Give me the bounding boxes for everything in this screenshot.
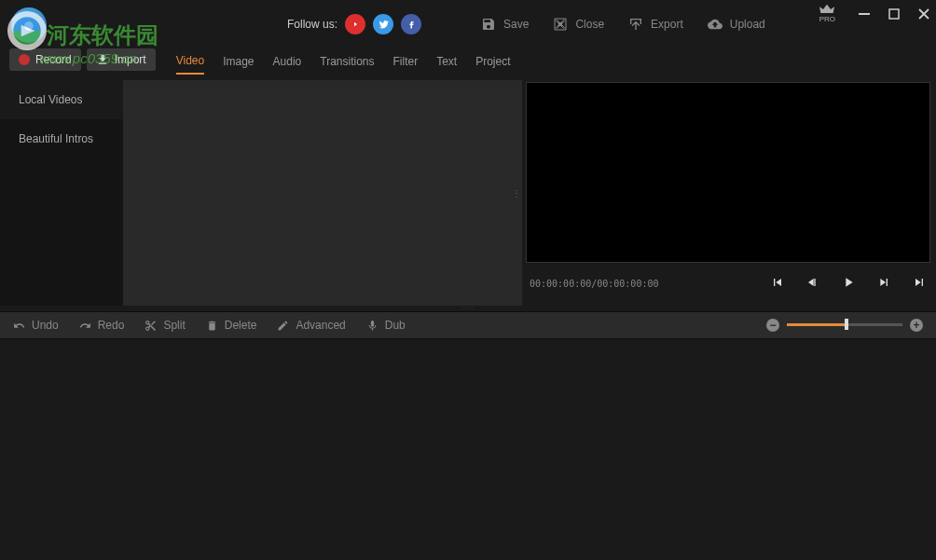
zoom-slider[interactable] xyxy=(787,323,902,327)
app-logo: ● xyxy=(11,7,47,43)
undo-button[interactable]: Undo xyxy=(13,319,59,332)
tab-transitions[interactable]: Transitions xyxy=(320,49,374,74)
edit-toolbar: Undo Redo Split Delete Advanced Dub − + xyxy=(0,311,936,339)
redo-button[interactable]: Redo xyxy=(79,319,125,332)
export-label: Export xyxy=(651,18,683,31)
import-button[interactable]: Import xyxy=(87,48,156,71)
top-bar: ● Follow us: Save Close Export Upload xyxy=(0,0,936,48)
skip-end-button[interactable] xyxy=(912,275,927,292)
sidebar-item-beautiful-intros[interactable]: Beautiful Intros xyxy=(0,119,123,158)
maximize-icon xyxy=(888,8,900,20)
sidebar: Local Videos Beautiful Intros xyxy=(0,80,123,306)
record-import-group: Record Import xyxy=(0,48,165,71)
media-content-area: ⋮ xyxy=(123,80,522,306)
pro-label: PRO xyxy=(819,15,835,23)
main-area: Local Videos Beautiful Intros ⋮ 00:00:00… xyxy=(0,80,936,306)
maximize-button[interactable] xyxy=(888,7,901,20)
skip-start-button[interactable] xyxy=(770,275,785,292)
delete-label: Delete xyxy=(225,319,257,332)
close-button[interactable]: Close xyxy=(553,17,604,32)
close-doc-icon xyxy=(553,17,568,32)
tab-text[interactable]: Text xyxy=(436,49,457,74)
tab-video[interactable]: Video xyxy=(176,48,204,75)
minimize-button[interactable] xyxy=(858,7,871,20)
step-forward-icon xyxy=(876,275,891,290)
upload-label: Upload xyxy=(730,18,765,31)
split-label: Split xyxy=(163,319,185,332)
delete-button[interactable]: Delete xyxy=(206,319,257,332)
redo-label: Redo xyxy=(98,319,125,332)
svg-rect-0 xyxy=(859,13,870,15)
play-button[interactable] xyxy=(841,275,856,292)
file-actions: Save Close Export Upload xyxy=(481,17,765,32)
skip-end-icon xyxy=(912,275,927,290)
import-icon xyxy=(96,53,109,66)
timecode: 00:00:00:00/00:00:00:00 xyxy=(530,279,658,289)
dub-label: Dub xyxy=(385,319,406,332)
step-back-button[interactable] xyxy=(805,275,820,292)
undo-icon xyxy=(13,320,25,332)
preview-controls: 00:00:00:00/00:00:00:00 xyxy=(526,263,930,304)
save-label: Save xyxy=(503,18,529,31)
step-back-icon xyxy=(805,275,820,290)
skip-start-icon xyxy=(770,275,785,290)
save-button[interactable]: Save xyxy=(481,17,529,32)
dub-icon xyxy=(366,320,379,332)
preview-pane: 00:00:00:00/00:00:00:00 xyxy=(522,80,936,306)
export-icon xyxy=(628,17,643,32)
svg-rect-1 xyxy=(889,9,899,19)
tab-project[interactable]: Project xyxy=(475,49,510,74)
advanced-icon xyxy=(277,320,289,332)
logo-icon: ● xyxy=(11,7,47,43)
pro-badge[interactable]: PRO xyxy=(819,4,835,23)
save-icon xyxy=(481,17,496,32)
close-icon xyxy=(918,8,929,20)
step-forward-button[interactable] xyxy=(876,275,891,292)
close-window-button[interactable] xyxy=(917,7,930,20)
preview-video xyxy=(526,82,930,263)
redo-icon xyxy=(79,320,91,332)
advanced-button[interactable]: Advanced xyxy=(277,319,345,332)
minimize-icon xyxy=(859,8,870,20)
tab-audio[interactable]: Audio xyxy=(273,49,302,74)
record-button[interactable]: Record xyxy=(9,48,81,71)
twitter-icon[interactable] xyxy=(373,14,393,34)
import-label: Import xyxy=(115,53,146,66)
record-icon xyxy=(19,54,30,65)
youtube-icon[interactable] xyxy=(345,14,365,34)
tab-image[interactable]: Image xyxy=(223,49,254,74)
split-icon xyxy=(145,320,157,332)
play-icon xyxy=(841,275,856,290)
media-tabs: Video Image Audio Transitions Filter Tex… xyxy=(176,48,511,75)
sidebar-item-local-videos[interactable]: Local Videos xyxy=(0,80,123,119)
zoom-handle[interactable] xyxy=(845,319,848,330)
toolbar-row: Record Import Video Image Audio Transiti… xyxy=(0,48,936,80)
dub-button[interactable]: Dub xyxy=(366,319,406,332)
zoom-controls: − + xyxy=(766,319,923,332)
tab-filter[interactable]: Filter xyxy=(393,49,419,74)
window-controls: PRO xyxy=(819,4,930,23)
upload-icon xyxy=(708,17,723,32)
follow-area: Follow us: xyxy=(287,14,421,34)
facebook-icon[interactable] xyxy=(401,14,421,34)
crown-icon xyxy=(819,4,834,15)
zoom-in-button[interactable]: + xyxy=(910,319,923,332)
resize-handle[interactable]: ⋮ xyxy=(512,188,520,198)
undo-label: Undo xyxy=(32,319,59,332)
close-label: Close xyxy=(575,18,604,31)
timeline-area[interactable] xyxy=(0,339,936,560)
follow-label: Follow us: xyxy=(287,18,337,31)
delete-icon xyxy=(206,320,218,332)
export-button[interactable]: Export xyxy=(628,17,683,32)
zoom-fill xyxy=(787,323,845,326)
record-label: Record xyxy=(35,53,72,66)
split-button[interactable]: Split xyxy=(145,319,185,332)
upload-button[interactable]: Upload xyxy=(708,17,765,32)
advanced-label: Advanced xyxy=(296,319,345,332)
zoom-out-button[interactable]: − xyxy=(766,319,779,332)
